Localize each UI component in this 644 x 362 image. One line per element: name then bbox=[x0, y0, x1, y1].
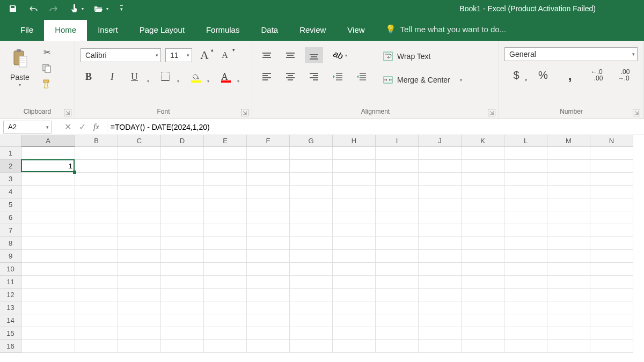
cell[interactable] bbox=[590, 224, 633, 237]
cell[interactable] bbox=[376, 276, 419, 289]
decrease-font-button[interactable]: A bbox=[217, 47, 233, 63]
column-header[interactable]: N bbox=[590, 135, 633, 147]
cell[interactable] bbox=[504, 314, 547, 327]
cell[interactable] bbox=[290, 211, 333, 224]
cell[interactable] bbox=[504, 340, 547, 353]
cell[interactable] bbox=[333, 211, 376, 224]
cell[interactable] bbox=[161, 198, 204, 211]
cell[interactable] bbox=[504, 147, 547, 160]
align-bottom-button[interactable] bbox=[305, 47, 323, 63]
cell[interactable] bbox=[504, 250, 547, 263]
cell[interactable] bbox=[161, 237, 204, 250]
cell[interactable] bbox=[75, 224, 118, 237]
tab-file[interactable]: File bbox=[10, 20, 44, 41]
cell[interactable] bbox=[247, 327, 290, 340]
cell[interactable] bbox=[376, 340, 419, 353]
cell[interactable] bbox=[419, 147, 462, 160]
cell[interactable] bbox=[21, 211, 75, 224]
row-header[interactable]: 13 bbox=[0, 301, 21, 314]
column-header[interactable]: L bbox=[504, 135, 547, 147]
cell[interactable] bbox=[547, 224, 590, 237]
cell[interactable] bbox=[161, 147, 204, 160]
cell[interactable] bbox=[504, 237, 547, 250]
cell[interactable] bbox=[75, 250, 118, 263]
cell[interactable] bbox=[247, 276, 290, 289]
accounting-format-button[interactable]: $▾ bbox=[504, 67, 528, 84]
cell[interactable] bbox=[462, 314, 504, 327]
cell[interactable] bbox=[21, 314, 75, 327]
cell[interactable] bbox=[333, 289, 376, 301]
cell[interactable] bbox=[247, 250, 290, 263]
cell[interactable] bbox=[21, 250, 75, 263]
tab-formulas[interactable]: Formulas bbox=[195, 20, 251, 41]
cell[interactable] bbox=[333, 314, 376, 327]
cell[interactable] bbox=[21, 276, 75, 289]
italic-button[interactable]: I bbox=[104, 69, 120, 85]
cell[interactable] bbox=[290, 276, 333, 289]
cell[interactable] bbox=[247, 301, 290, 314]
cell[interactable] bbox=[118, 186, 161, 198]
cell[interactable] bbox=[590, 198, 633, 211]
cell[interactable] bbox=[118, 224, 161, 237]
align-top-button[interactable] bbox=[258, 47, 276, 63]
row-header[interactable]: 9 bbox=[0, 250, 21, 263]
cell[interactable] bbox=[118, 160, 161, 173]
cell[interactable] bbox=[504, 160, 547, 173]
cell[interactable] bbox=[376, 301, 419, 314]
cell[interactable] bbox=[504, 198, 547, 211]
cell[interactable] bbox=[462, 237, 504, 250]
cell[interactable] bbox=[75, 186, 118, 198]
cell[interactable] bbox=[333, 186, 376, 198]
increase-indent-button[interactable] bbox=[352, 69, 370, 85]
save-icon[interactable] bbox=[8, 3, 18, 14]
cell[interactable] bbox=[376, 224, 419, 237]
cell[interactable] bbox=[590, 147, 633, 160]
cell[interactable] bbox=[161, 289, 204, 301]
cell[interactable] bbox=[462, 301, 504, 314]
cell[interactable] bbox=[590, 186, 633, 198]
open-button[interactable]: ▾ bbox=[93, 3, 108, 14]
cell[interactable] bbox=[247, 263, 290, 276]
cell[interactable] bbox=[21, 224, 75, 237]
cell[interactable] bbox=[376, 198, 419, 211]
cell[interactable] bbox=[419, 263, 462, 276]
cell[interactable] bbox=[290, 289, 333, 301]
cell[interactable] bbox=[547, 289, 590, 301]
column-header[interactable]: A bbox=[21, 135, 75, 147]
cell[interactable] bbox=[590, 263, 633, 276]
font-color-button[interactable]: A▾ bbox=[218, 69, 240, 85]
cell[interactable] bbox=[376, 173, 419, 186]
cell[interactable] bbox=[333, 237, 376, 250]
cell[interactable] bbox=[419, 250, 462, 263]
number-launcher[interactable]: ⇲ bbox=[633, 109, 640, 116]
cell[interactable] bbox=[376, 263, 419, 276]
tab-view[interactable]: View bbox=[336, 20, 375, 41]
cell[interactable] bbox=[161, 301, 204, 314]
column-header[interactable]: D bbox=[161, 135, 204, 147]
fill-color-button[interactable]: ▾ bbox=[188, 69, 210, 85]
cell[interactable] bbox=[376, 186, 419, 198]
increase-font-button[interactable]: A bbox=[196, 47, 213, 63]
cell[interactable] bbox=[290, 301, 333, 314]
cell[interactable] bbox=[75, 173, 118, 186]
copy-button[interactable] bbox=[41, 62, 53, 74]
cell[interactable] bbox=[333, 327, 376, 340]
column-header[interactable]: C bbox=[118, 135, 161, 147]
cell[interactable] bbox=[590, 289, 633, 301]
cell[interactable] bbox=[75, 237, 118, 250]
cell[interactable] bbox=[547, 327, 590, 340]
qat-customize-button[interactable]: ▾ bbox=[118, 3, 125, 14]
cell[interactable] bbox=[247, 289, 290, 301]
cell[interactable] bbox=[333, 198, 376, 211]
cell[interactable] bbox=[21, 173, 75, 186]
cell[interactable] bbox=[290, 198, 333, 211]
align-left-button[interactable] bbox=[258, 69, 276, 85]
cell[interactable] bbox=[204, 301, 247, 314]
row-header[interactable]: 10 bbox=[0, 263, 21, 276]
cell[interactable] bbox=[75, 327, 118, 340]
cell[interactable] bbox=[547, 301, 590, 314]
font-size-combo[interactable]: 11▾ bbox=[165, 48, 192, 62]
cell[interactable] bbox=[547, 237, 590, 250]
cell[interactable] bbox=[75, 211, 118, 224]
column-header[interactable]: M bbox=[547, 135, 590, 147]
